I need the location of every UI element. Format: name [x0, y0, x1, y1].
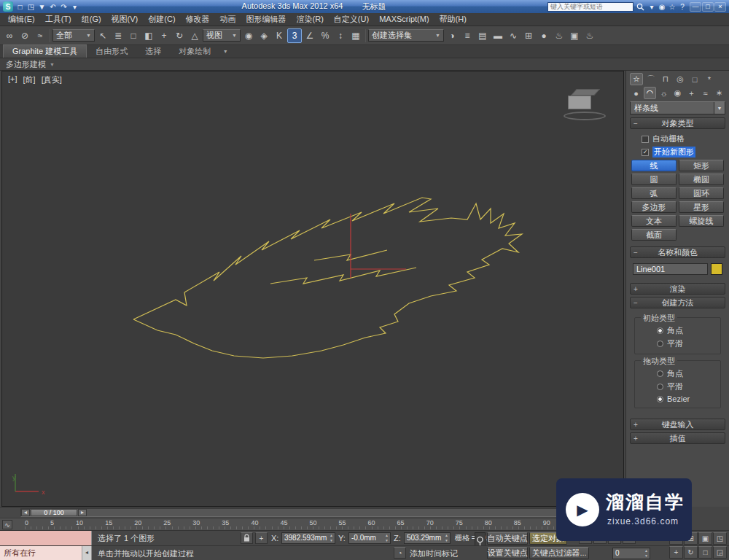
object-type-button[interactable]: 螺旋线 [679, 215, 724, 227]
maxscript-mini-listener[interactable]: 所有在行 ◂ [0, 546, 92, 560]
zoom-extents-icon[interactable]: ▣ [698, 532, 712, 545]
z-coord-field[interactable]: 503.29mm ▲▼ [404, 532, 451, 544]
align-icon[interactable]: ≡ [460, 28, 475, 43]
drag-type-radio[interactable] [657, 370, 663, 377]
shape-category-dropdown[interactable]: 样条线 ▼ [630, 101, 725, 114]
unlink-selection-icon[interactable]: ⊘ [17, 28, 32, 43]
modify-tab[interactable]: ⌒ [644, 73, 658, 85]
material-editor-icon[interactable]: ● [537, 28, 551, 43]
spinner-snap-icon[interactable]: ↕ [333, 28, 348, 43]
ribbon-tab[interactable]: 对象绘制 [170, 45, 219, 58]
render-production-icon[interactable]: ♨ [582, 28, 597, 43]
select-and-move-icon[interactable]: + [157, 28, 171, 43]
spline-outline[interactable] [133, 198, 522, 358]
key-filters-button[interactable]: 关键点过滤器... [529, 547, 589, 559]
ribbon-tab[interactable]: 选择 [136, 45, 170, 58]
track-bar[interactable]: ∿ 05101520253035404550556065707580859095… [0, 518, 625, 530]
cameras-tab[interactable]: ◉ [671, 87, 684, 99]
viewport-config-icon[interactable]: ◲ [713, 546, 727, 559]
bind-to-space-warp-icon[interactable]: ≈ [33, 28, 47, 43]
save-button[interactable]: ▼ [36, 1, 47, 12]
layer-manager-icon[interactable]: ▤ [475, 28, 490, 43]
ribbon-tab[interactable]: Graphite 建模工具 [3, 44, 87, 58]
drag-type-radio[interactable] [657, 384, 663, 390]
select-and-link-icon[interactable]: ∞ [2, 28, 17, 43]
absolute-mode-icon[interactable]: + [255, 532, 268, 544]
maximize-viewport-icon[interactable]: □ [698, 546, 712, 559]
selection-region-icon[interactable]: □ [126, 28, 141, 43]
spinner-arrows[interactable]: ▲▼ [329, 534, 334, 542]
object-type-button[interactable]: 弧 [631, 187, 677, 199]
menu-item[interactable]: 帮助(H) [434, 13, 472, 26]
render-setup-icon[interactable]: ♨ [552, 28, 566, 43]
select-and-rotate-icon[interactable]: ↻ [172, 28, 187, 43]
add-time-tag[interactable]: 添加时间标记 [410, 546, 458, 560]
keyboard-entry-rollout-header[interactable]: +键盘输入 [630, 419, 725, 430]
angle-snap-icon[interactable]: ∠ [303, 28, 317, 43]
menu-item[interactable]: MAXScript(M) [374, 13, 434, 26]
object-type-button[interactable]: 截面 [631, 229, 677, 241]
object-color-swatch[interactable] [711, 263, 722, 275]
undo-button[interactable]: ↶ [47, 1, 58, 12]
object-type-button[interactable]: 圆环 [679, 187, 724, 199]
infocenter-search-input[interactable]: 键入关键字或短语 [547, 2, 634, 12]
object-type-button[interactable]: 矩形 [679, 160, 724, 171]
spline-inner-line[interactable] [270, 268, 416, 284]
edit-named-sets-icon[interactable]: ▦ [348, 28, 363, 43]
front-viewport[interactable]: [+] [前] [真实] x y [1, 71, 624, 507]
select-object-icon[interactable]: ↖ [95, 28, 110, 43]
menu-item[interactable]: 自定义(U) [329, 13, 374, 26]
named-selection-filter-dropdown[interactable]: 全部▼ [52, 29, 95, 42]
auto-key-button[interactable]: 自动关键点 [487, 532, 528, 545]
viewcube-front-face[interactable] [568, 96, 591, 109]
use-center-icon[interactable]: ◉ [241, 28, 256, 43]
start-new-shape-checkbox[interactable] [642, 149, 649, 156]
curve-editor-icon[interactable]: ∿ [506, 28, 521, 43]
display-tab[interactable]: □ [688, 73, 701, 85]
next-frame-arrow[interactable]: ▸ [78, 509, 87, 516]
ribbon-tab[interactable]: 自由形式 [87, 45, 136, 58]
3dsmax-logo-icon[interactable]: S [3, 1, 13, 12]
spinner-arrows[interactable]: ▲▼ [444, 534, 449, 542]
new-button[interactable]: □ [15, 1, 26, 12]
drag-type-radio[interactable] [657, 396, 663, 402]
create-selection-set-dropdown[interactable]: 创建选择集▼ [368, 29, 444, 42]
viewport-shading-menu[interactable]: [真实] [42, 74, 62, 85]
polygon-modeling-panel-label[interactable]: 多边形建模 [6, 59, 46, 70]
object-type-button[interactable]: 椭圆 [679, 174, 724, 185]
object-type-button[interactable]: 线 [631, 160, 677, 171]
object-type-button[interactable]: 多边形 [631, 201, 677, 213]
rendering-rollout-header[interactable]: +渲染 [630, 283, 725, 295]
object-type-button[interactable]: 星形 [679, 201, 724, 213]
minimize-button[interactable]: — [690, 2, 701, 12]
initial-type-radio[interactable] [657, 327, 663, 334]
favorites-star-icon[interactable]: ☆ [667, 1, 677, 12]
create-tab[interactable]: ☆ [630, 73, 643, 85]
viewcube[interactable] [565, 89, 610, 125]
current-frame-field[interactable]: 0 ▲▼ [612, 548, 650, 559]
quick-access-dropdown[interactable]: ▾ [69, 1, 80, 12]
time-slider-track[interactable]: ◂ 0 / 100 ▸ [20, 508, 617, 517]
zoom-region-icon[interactable]: ◳ [713, 532, 727, 545]
menu-item[interactable]: 组(G) [77, 13, 106, 26]
selection-lock-icon[interactable] [241, 532, 253, 544]
utilities-tab[interactable]: * [703, 73, 716, 85]
prev-frame-arrow[interactable]: ◂ [21, 509, 30, 516]
viewport-canvas[interactable] [2, 71, 623, 506]
object-name-input[interactable]: Line001 [633, 263, 708, 275]
interpolation-rollout-header[interactable]: +插值 [630, 432, 725, 444]
spacewarps-tab[interactable]: ≈ [699, 87, 712, 99]
mini-curve-editor-icon[interactable]: ∿ [2, 520, 12, 529]
viewcube-top-face[interactable] [571, 89, 600, 96]
menu-item[interactable]: 视图(V) [106, 13, 144, 26]
viewport-general-menu[interactable]: [+] [8, 74, 17, 85]
percent-snap-icon[interactable]: % [318, 28, 332, 43]
hierarchy-tab[interactable]: ⊓ [659, 73, 672, 85]
menu-item[interactable]: 修改器 [181, 13, 215, 26]
help-icon[interactable]: ? [677, 1, 687, 12]
time-slider-handle[interactable]: 0 / 100 [31, 509, 77, 516]
menu-item[interactable]: 工具(T) [40, 13, 77, 26]
menu-item[interactable]: 图形编辑器 [241, 13, 292, 26]
shapes-tab[interactable]: ◠ [644, 87, 656, 99]
select-by-name-icon[interactable]: ≣ [111, 28, 125, 43]
